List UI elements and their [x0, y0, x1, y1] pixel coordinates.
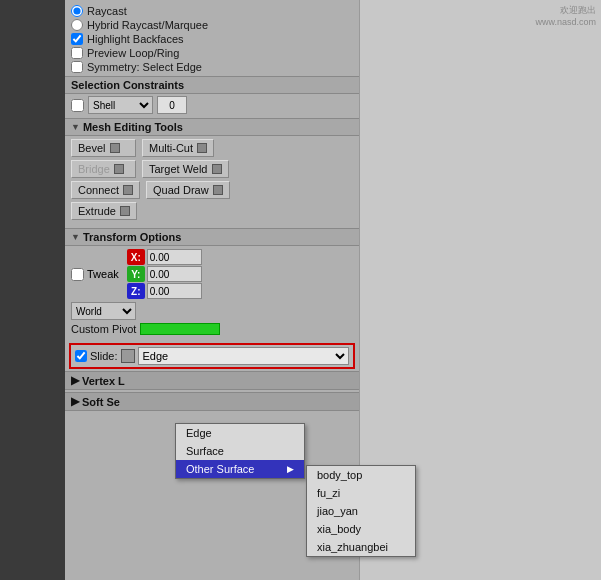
tools-row-2: Bridge Target Weld [71, 160, 353, 178]
soft-se-header: ▶ Soft Se [65, 392, 359, 411]
bevel-button[interactable]: Bevel [71, 139, 136, 157]
transform-options-label: Transform Options [83, 231, 181, 243]
target-weld-button[interactable]: Target Weld [142, 160, 229, 178]
bevel-label: Bevel [78, 142, 106, 154]
preview-row: Preview Loop/Ring [65, 46, 359, 60]
target-weld-icon [212, 164, 222, 174]
bridge-button[interactable]: Bridge [71, 160, 136, 178]
quad-draw-icon [213, 185, 223, 195]
transform-arrow-icon: ▼ [71, 232, 80, 242]
submenu-item-body-top[interactable]: body_top [307, 466, 415, 484]
x-label: X: [127, 249, 145, 265]
connect-button[interactable]: Connect [71, 181, 140, 199]
x-input[interactable] [147, 249, 202, 265]
soft-se-label: Soft Se [82, 396, 120, 408]
watermark-line1: 欢迎跑出 [535, 5, 596, 17]
watermark-line2: www.nasd.com [535, 17, 596, 29]
vertex-l-header: ▶ Vertex L [65, 371, 359, 390]
slide-label: Slide: [90, 350, 118, 362]
dropdown-item-other-surface[interactable]: Other Surface ▶ [176, 460, 304, 478]
quad-draw-label: Quad Draw [153, 184, 209, 196]
slide-icon [121, 349, 135, 363]
slide-select[interactable]: Edge [138, 347, 349, 365]
dropdown-container: Edge Surface Other Surface ▶ body_top fu… [175, 423, 305, 479]
dropdown-item-surface[interactable]: Surface [176, 442, 304, 460]
dropdown-menu: Edge Surface Other Surface ▶ [175, 423, 305, 479]
y-input[interactable] [147, 266, 202, 282]
highlight-row: Highlight Backfaces [65, 32, 359, 46]
mesh-editing-label: Mesh Editing Tools [83, 121, 183, 133]
connect-icon [123, 185, 133, 195]
world-row: World [71, 302, 353, 320]
custom-pivot-row: Custom Pivot [71, 323, 353, 335]
submenu-arrow-icon: ▶ [287, 464, 294, 474]
shell-select[interactable]: Shell [88, 96, 153, 114]
quad-draw-button[interactable]: Quad Draw [146, 181, 230, 199]
extrude-icon [120, 206, 130, 216]
preview-label: Preview Loop/Ring [87, 47, 179, 59]
tweak-checkbox[interactable] [71, 268, 84, 281]
world-select[interactable]: World [71, 302, 136, 320]
multi-cut-label: Multi-Cut [149, 142, 193, 154]
z-label: Z: [127, 283, 145, 299]
selection-constraints-label: Selection Constraints [71, 79, 184, 91]
submenu-item-jiao-yan[interactable]: jiao_yan [307, 502, 415, 520]
preview-checkbox[interactable] [71, 47, 83, 59]
hybrid-label: Hybrid Raycast/Marquee [87, 19, 208, 31]
target-weld-label: Target Weld [149, 163, 208, 175]
selection-constraints-header: Selection Constraints [65, 76, 359, 94]
extrude-button[interactable]: Extrude [71, 202, 137, 220]
bevel-icon [110, 143, 120, 153]
mesh-editing-header: ▼ Mesh Editing Tools [65, 118, 359, 136]
highlight-label: Highlight Backfaces [87, 33, 184, 45]
pivot-bar [140, 323, 220, 335]
symmetry-label: Symmetry: Select Edge [87, 61, 202, 73]
submenu: body_top fu_zi jiao_yan xia_body xia_zhu… [306, 465, 416, 557]
transform-section: Tweak X: Y: Z: World [65, 246, 359, 341]
dropdown-item-edge[interactable]: Edge [176, 424, 304, 442]
highlight-checkbox[interactable] [71, 33, 83, 45]
extrude-label: Extrude [78, 205, 116, 217]
y-row: Y: [127, 266, 202, 282]
multi-cut-icon [197, 143, 207, 153]
tweak-label: Tweak [87, 268, 119, 280]
mesh-arrow-icon: ▼ [71, 122, 80, 132]
watermark: 欢迎跑出 www.nasd.com [535, 5, 596, 28]
hybrid-row: Hybrid Raycast/Marquee [65, 18, 359, 32]
raycast-label: Raycast [87, 5, 127, 17]
bridge-icon [114, 164, 124, 174]
raycast-radio[interactable] [71, 5, 83, 17]
soft-expand-icon: ▶ [71, 395, 79, 408]
tools-row-3: Connect Quad Draw [71, 181, 353, 199]
shell-checkbox[interactable] [71, 99, 84, 112]
tools-grid: Bevel Multi-Cut Bridge Target Weld Conne… [65, 136, 359, 226]
submenu-item-xia-body[interactable]: xia_body [307, 520, 415, 538]
slide-row: Slide: Edge [69, 343, 355, 369]
multi-cut-button[interactable]: Multi-Cut [142, 139, 214, 157]
submenu-item-xia-zhuangbei[interactable]: xia_zhuangbei [307, 538, 415, 556]
tweak-row: Tweak X: Y: Z: [71, 249, 353, 299]
symmetry-row: Symmetry: Select Edge [65, 60, 359, 74]
x-row: X: [127, 249, 202, 265]
xyz-group: X: Y: Z: [127, 249, 202, 299]
expand-icon: ▶ [71, 374, 79, 387]
z-row: Z: [127, 283, 202, 299]
submenu-item-fu-zi[interactable]: fu_zi [307, 484, 415, 502]
slide-checkbox[interactable] [75, 350, 87, 362]
shell-input[interactable] [157, 96, 187, 114]
tools-row-1: Bevel Multi-Cut [71, 139, 353, 157]
bridge-label: Bridge [78, 163, 110, 175]
symmetry-checkbox[interactable] [71, 61, 83, 73]
z-input[interactable] [147, 283, 202, 299]
transform-options-header: ▼ Transform Options [65, 228, 359, 246]
hybrid-radio[interactable] [71, 19, 83, 31]
raycast-row: Raycast [65, 4, 359, 18]
tools-row-4: Extrude [71, 202, 353, 220]
custom-pivot-label: Custom Pivot [71, 323, 136, 335]
y-label: Y: [127, 266, 145, 282]
connect-label: Connect [78, 184, 119, 196]
left-sidebar [0, 0, 65, 580]
vertex-l-label: Vertex L [82, 375, 125, 387]
tweak-checkbox-group: Tweak [71, 268, 119, 281]
shell-row: Shell [65, 94, 359, 116]
